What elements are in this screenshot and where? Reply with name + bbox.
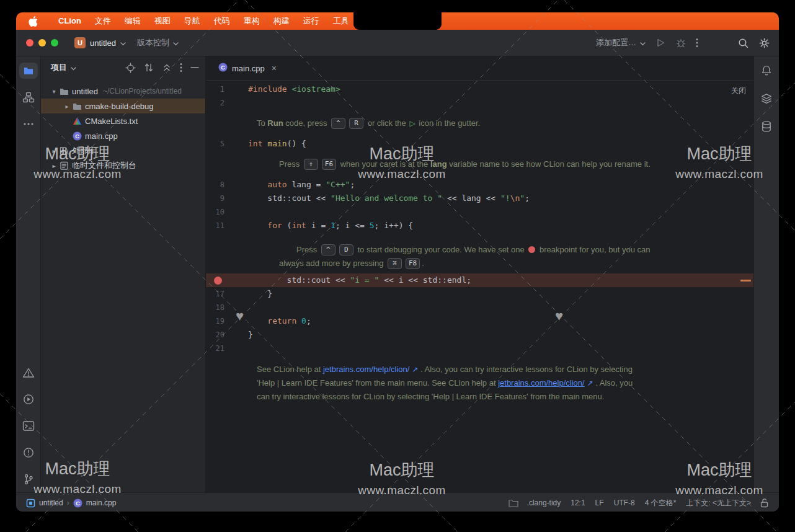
line-number: 21 (206, 342, 231, 355)
bell-icon[interactable] (757, 63, 776, 79)
menu-app-name[interactable]: CLion (51, 12, 88, 30)
close-window-button[interactable] (26, 39, 33, 47)
help-link[interactable]: jetbrains.com/help/clion/ (498, 378, 584, 388)
breakpoint-icon (528, 246, 535, 253)
tree-label: 临时文件和控制台 (72, 160, 136, 171)
tree-label: cmake-build-debug (85, 102, 154, 111)
folder-icon[interactable] (509, 499, 518, 507)
tree-row-临时文件和控制台[interactable]: ▸临时文件和控制台 (41, 158, 205, 173)
menu-items: CLion文件编辑视图导航代码重构构建运行工具VC (51, 12, 381, 30)
zoom-window-button[interactable] (51, 39, 58, 47)
status-widget[interactable]: .clang-tidy (527, 499, 561, 507)
code-line[interactable]: 18 (206, 301, 753, 314)
inline-tip-banner: To Run code, press ^R or click the ▷ ico… (206, 110, 753, 137)
status-widget[interactable]: 4 个空格* (645, 498, 677, 508)
status-widget[interactable]: 上下文: <无上下文> (686, 498, 751, 508)
code-line[interactable]: 20} (206, 328, 753, 342)
chevron-right-icon[interactable]: ▸ (48, 162, 60, 169)
tree-row-CMakeLists.txt[interactable]: CMakeLists.txt (41, 113, 205, 128)
more-actions-button[interactable] (696, 38, 698, 48)
lock-icon[interactable] (760, 498, 769, 508)
database-icon[interactable] (757, 118, 776, 135)
external-link-icon: ↗ (587, 379, 593, 388)
run-config-selector[interactable]: 添加配置… (596, 37, 646, 48)
chevron-down-icon (71, 62, 76, 73)
locate-icon[interactable] (125, 63, 136, 73)
code-line[interactable]: 19 return 0; (206, 314, 753, 328)
gear-icon[interactable] (758, 37, 770, 49)
services-icon[interactable] (19, 391, 38, 407)
chevron-right-icon[interactable]: ▸ (61, 103, 73, 110)
keycap: ⌘ (388, 258, 402, 269)
breadcrumb-project[interactable]: untitled (39, 499, 63, 507)
menu-item[interactable]: 编辑 (118, 12, 148, 30)
code-line[interactable]: 9 std::cout << "Hello and welcome to " <… (206, 192, 753, 205)
structure-icon[interactable] (19, 89, 38, 105)
status-widget[interactable]: UTF-8 (614, 499, 635, 507)
minimize-window-button[interactable] (38, 39, 46, 47)
dots-v-icon[interactable] (180, 63, 182, 73)
code-line[interactable]: 10 (206, 205, 753, 219)
editor[interactable]: 关闭 1#include <iostream>2To Run code, pre… (206, 81, 753, 492)
tree-row-cmake-build-debug[interactable]: ▸cmake-build-debug (41, 99, 205, 113)
tree-row-untitled[interactable]: ▾untitled~/CLionProjects/untitled (41, 84, 205, 99)
menu-item[interactable]: 视图 (148, 12, 177, 30)
code-line[interactable]: 8 auto lang = "C++"; (206, 178, 753, 192)
terminal-icon[interactable] (19, 418, 38, 434)
status-widget[interactable]: 12:1 (571, 499, 585, 507)
apple-menu-icon[interactable] (22, 16, 44, 27)
code-line[interactable]: 2 (206, 96, 753, 110)
tree-row-外部库[interactable]: ▸外部库 (41, 143, 205, 158)
problems-icon[interactable] (19, 445, 38, 461)
debug-button[interactable] (675, 37, 686, 48)
line-number: 1 (206, 82, 231, 96)
project-tree: ▾untitled~/CLionProjects/untitled▸cmake-… (41, 79, 205, 173)
layers-icon[interactable] (757, 91, 776, 107)
help-link[interactable]: jetbrains.com/help/clion/ (323, 365, 409, 374)
code-line[interactable]: 11 for (int i = 1; i <= 5; i++) { (206, 219, 753, 233)
project-panel-header: 项目 (41, 56, 205, 79)
keycap: ⇧ (304, 159, 318, 170)
breadcrumb-file[interactable]: main.cpp (86, 499, 117, 507)
menu-item[interactable]: 代码 (207, 12, 237, 30)
project-panel-title[interactable]: 项目 (51, 62, 67, 73)
editor-area: C main.cpp × 关闭 1#include <iostream>2To … (206, 56, 753, 492)
chevron-down-icon[interactable]: ▾ (48, 88, 60, 95)
tab-main-cpp[interactable]: C main.cpp × (212, 57, 283, 80)
cpp-file-icon: C (218, 63, 228, 74)
menu-item[interactable]: 构建 (267, 12, 296, 30)
code-line[interactable]: 17 } (206, 287, 753, 301)
keycap: ^ (331, 118, 345, 129)
vcs-widget[interactable]: 版本控制 (137, 37, 179, 48)
toolbar-right: 添加配置… (596, 37, 770, 49)
minus-icon[interactable] (190, 66, 199, 69)
code-line[interactable]: 5int main() { (206, 137, 753, 151)
project-folder-icon[interactable] (19, 63, 38, 79)
tab-close-button[interactable]: × (272, 63, 277, 73)
menu-item[interactable]: 文件 (88, 12, 118, 30)
run-button[interactable] (655, 37, 666, 48)
branch-icon[interactable] (19, 471, 38, 487)
code-line[interactable]: std::cout << "i = " << i << std::endl; (206, 273, 753, 287)
menu-item[interactable]: 导航 (177, 12, 207, 30)
chevron-right-icon[interactable]: ▸ (48, 148, 60, 154)
menu-item[interactable]: 运行 (296, 12, 326, 30)
tree-row-main.cpp[interactable]: Cmain.cpp (41, 128, 205, 143)
expand-icon[interactable] (144, 63, 154, 73)
project-widget[interactable]: U untitled (74, 37, 126, 48)
banner-close-link[interactable]: 关闭 (731, 86, 746, 96)
status-widget[interactable]: LF (595, 499, 604, 507)
menu-item[interactable]: 工具 (326, 12, 356, 30)
collapseall-icon[interactable] (162, 63, 172, 73)
menu-item[interactable]: 重构 (237, 12, 267, 30)
cpp-file-icon: C (73, 499, 82, 508)
code-line[interactable]: 1#include <iostream> (206, 82, 753, 96)
breakpoint-dot[interactable] (214, 277, 222, 285)
code-line[interactable]: 21 (206, 342, 753, 355)
search-icon[interactable] (737, 37, 749, 49)
breakpoint-line-marker (740, 280, 751, 282)
warning-icon[interactable] (19, 365, 38, 381)
more-icon[interactable] (19, 116, 38, 132)
project-name: untitled (90, 38, 116, 48)
tree-label: 外部库 (72, 145, 96, 156)
